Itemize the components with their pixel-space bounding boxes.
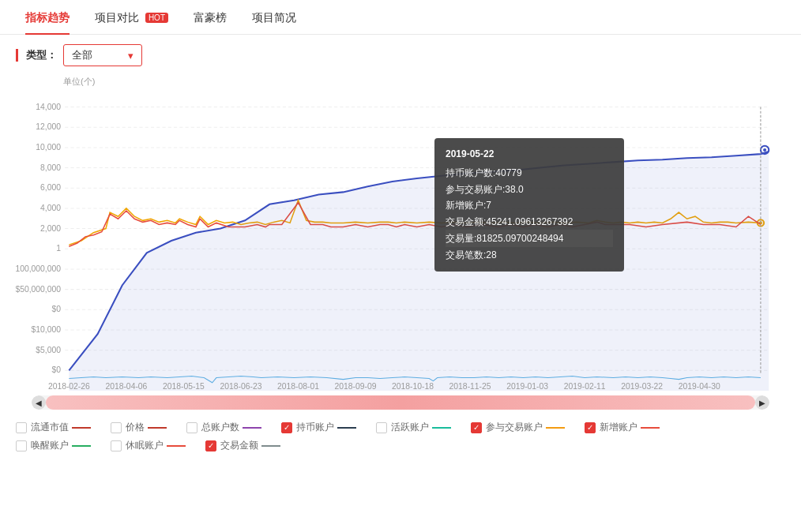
legend-label-price: 价格: [126, 421, 145, 434]
nav-label-indicators: 指标趋势: [25, 11, 70, 24]
legend-line-market-cap: [72, 427, 91, 429]
svg-text:2018-11-25: 2018-11-25: [449, 382, 491, 391]
svg-text:8,000: 8,000: [40, 163, 61, 172]
svg-text:2018-09-09: 2018-09-09: [335, 382, 377, 391]
svg-text:2019-01-03: 2019-01-03: [506, 382, 548, 391]
svg-text:$100,000,000: $100,000,000: [16, 264, 61, 273]
legend-area: 流通市值 价格 总账户数 持币账户 活跃账户 参与: [0, 414, 801, 463]
legend-checkbox-active[interactable]: [376, 422, 387, 433]
scrollbar-thumb[interactable]: [46, 395, 755, 410]
nav-item-compare[interactable]: 项目对比 HOT: [82, 0, 181, 35]
chart-svg: 14,000 12,000 10,000 8,000 6,000 4,000 2…: [16, 91, 785, 391]
legend-checkbox-dormant[interactable]: [111, 440, 122, 451]
nav-item-indicators[interactable]: 指标趋势: [13, 0, 82, 35]
legend-label-holding: 持币账户: [296, 421, 334, 434]
tooltip-row-5: 交易量:81825.09700248494: [446, 230, 613, 247]
legend-item-wakeup[interactable]: 唤醒账户: [16, 439, 95, 452]
legend-item-dormant[interactable]: 休眠账户: [111, 439, 190, 452]
svg-text:10,000: 10,000: [36, 143, 61, 152]
svg-point-29: [763, 148, 766, 152]
tooltip-date: 2019-05-22: [446, 146, 613, 162]
svg-text:$10,000: $10,000: [32, 325, 62, 334]
legend-checkbox-holding[interactable]: [281, 422, 292, 433]
legend-checkbox-trading[interactable]: [471, 422, 482, 433]
tooltip-row-2: 参与交易账户:38.0: [446, 182, 613, 197]
legend-line-active: [432, 427, 451, 429]
legend-line-total-accounts: [243, 427, 261, 429]
legend-label-total-accounts: 总账户数: [201, 421, 239, 434]
legend-checkbox-market-cap[interactable]: [16, 422, 27, 433]
nav-label-rich: 富豪榜: [194, 11, 227, 24]
nav-item-rich[interactable]: 富豪榜: [181, 0, 239, 35]
legend-line-dormant: [167, 445, 186, 447]
scrollbar-left-btn[interactable]: ◀: [32, 395, 46, 410]
legend-item-price[interactable]: 价格: [111, 421, 171, 434]
legend-item-holding[interactable]: 持币账户: [281, 421, 360, 434]
legend-line-trading: [546, 427, 565, 429]
legend-item-new-accounts[interactable]: 新增账户: [585, 421, 664, 434]
filter-divider: [16, 49, 18, 62]
svg-text:1: 1: [56, 244, 61, 253]
legend-checkbox-total-accounts[interactable]: [186, 422, 197, 433]
svg-text:12,000: 12,000: [36, 122, 61, 131]
legend-checkbox-tx-amount[interactable]: [205, 440, 216, 451]
svg-text:2019-02-11: 2019-02-11: [564, 382, 606, 391]
svg-text:2018-04-06: 2018-04-06: [105, 382, 147, 391]
tooltip-row-3: 新增账户:7: [446, 197, 613, 213]
legend-label-market-cap: 流通市值: [31, 421, 69, 434]
svg-text:$0: $0: [51, 365, 61, 374]
nav-label-overview: 项目简况: [252, 11, 296, 24]
scrollbar-right-btn[interactable]: ▶: [755, 395, 769, 410]
legend-item-tx-amount[interactable]: 交易金额: [205, 439, 284, 452]
chart-area: 14,000 12,000 10,000 8,000 6,000 4,000 2…: [16, 91, 785, 391]
filter-label: 类型：: [26, 48, 57, 62]
svg-text:$50,000,000: $50,000,000: [16, 285, 61, 294]
chart-tooltip: 2019-05-22 持币账户数:40779 参与交易账户:38.0 新增账户:…: [434, 138, 624, 272]
legend-line-holding: [337, 427, 356, 429]
filter-value: 全部: [72, 48, 92, 62]
svg-text:2,000: 2,000: [40, 224, 61, 233]
top-navigation: 指标趋势 项目对比 HOT 富豪榜 项目简况: [0, 0, 801, 35]
legend-label-trading: 参与交易账户: [486, 421, 543, 434]
legend-checkbox-new-accounts[interactable]: [585, 422, 596, 433]
svg-text:2018-02-26: 2018-02-26: [48, 382, 90, 391]
legend-label-tx-amount: 交易金额: [220, 439, 258, 452]
nav-item-overview[interactable]: 项目简况: [239, 0, 309, 35]
legend-label-dormant: 休眠账户: [126, 439, 164, 452]
tooltip-row-6: 交易笔数:28: [446, 247, 613, 263]
chevron-down-icon: ▾: [128, 50, 134, 62]
svg-text:2019-03-22: 2019-03-22: [621, 382, 663, 391]
svg-text:$5,000: $5,000: [36, 346, 61, 354]
chart-scrollbar[interactable]: ◀ ▶: [32, 395, 769, 410]
svg-text:2018-08-01: 2018-08-01: [277, 382, 319, 391]
legend-line-wakeup: [72, 445, 91, 447]
legend-line-new-accounts: [641, 427, 660, 429]
legend-label-wakeup: 唤醒账户: [31, 439, 69, 452]
svg-text:14,000: 14,000: [36, 103, 61, 111]
legend-checkbox-price[interactable]: [111, 422, 122, 433]
legend-item-trading[interactable]: 参与交易账户: [471, 421, 569, 434]
legend-label-new-accounts: 新增账户: [600, 421, 637, 434]
nav-badge-hot: HOT: [145, 13, 168, 23]
svg-text:4,000: 4,000: [40, 204, 61, 212]
svg-text:$0: $0: [51, 305, 61, 313]
chart-unit-label: 单位(个): [16, 76, 785, 88]
tooltip-row-1: 持币账户数:40779: [446, 165, 613, 181]
legend-row-1: 流通市值 价格 总账户数 持币账户 活跃账户 参与: [16, 421, 785, 434]
nav-label-compare: 项目对比: [95, 11, 139, 24]
filter-bar: 类型： 全部 ▾: [0, 35, 801, 76]
svg-text:2018-05-15: 2018-05-15: [163, 382, 205, 391]
legend-label-active: 活跃账户: [391, 421, 429, 434]
type-select[interactable]: 全部 ▾: [63, 44, 142, 66]
legend-line-price: [148, 427, 167, 429]
legend-row-2: 唤醒账户 休眠账户 交易金额: [16, 439, 785, 452]
legend-item-market-cap[interactable]: 流通市值: [16, 421, 95, 434]
chart-container: 单位(个) 14,000 12,000 10,000 8,000 6,000 4…: [0, 76, 801, 410]
legend-item-total-accounts[interactable]: 总账户数: [186, 421, 265, 434]
svg-text:2018-10-18: 2018-10-18: [392, 382, 434, 391]
legend-item-active[interactable]: 活跃账户: [376, 421, 455, 434]
legend-checkbox-wakeup[interactable]: [16, 440, 27, 451]
svg-text:2018-06-23: 2018-06-23: [220, 382, 261, 391]
svg-text:2019-04-30: 2019-04-30: [679, 382, 720, 391]
legend-line-tx-amount: [261, 445, 280, 447]
